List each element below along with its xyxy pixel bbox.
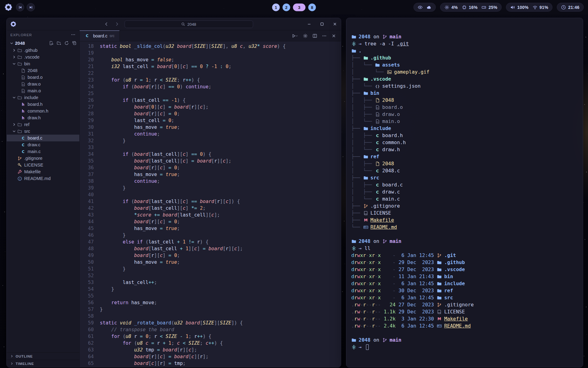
- close-button[interactable]: [333, 22, 337, 26]
- code-line-51[interactable]: 51 }: [80, 266, 341, 272]
- code-line-21[interactable]: 21 i32 last_cell = board[0][c] == 0 ? -1…: [80, 63, 341, 70]
- media-next-button[interactable]: [27, 3, 35, 11]
- clock-widget[interactable]: 21:46: [557, 3, 584, 12]
- code-line-37[interactable]: 37 has_move = true;: [80, 171, 341, 178]
- code-line-39[interactable]: 39 }: [80, 185, 341, 191]
- code-line-40[interactable]: 40: [80, 191, 341, 198]
- code-line-29[interactable]: 29 last_cell = 0;: [80, 117, 341, 124]
- system-stats-widget[interactable]: 4%16%25%: [440, 3, 502, 12]
- file-board.o[interactable]: 01board.o: [7, 74, 79, 81]
- code-line-34[interactable]: 34 if (board[last_cell][c] == 0) {: [80, 151, 341, 158]
- code-line-23[interactable]: 23 for (u8 r = 1; r < SIZE; r++) {: [80, 77, 341, 83]
- code-line-31[interactable]: 31 continue;: [80, 131, 341, 137]
- launcher-icon[interactable]: [4, 3, 13, 11]
- timeline-panel-header[interactable]: TIMELINE: [7, 360, 79, 367]
- file-main.c[interactable]: Cmain.c: [7, 148, 79, 155]
- file-2048[interactable]: 2048: [7, 67, 79, 74]
- code-line-58[interactable]: 58: [80, 313, 341, 320]
- code-line-19[interactable]: 19: [80, 50, 341, 56]
- code-line-61[interactable]: 61 for (u8 r = 0; r < SIZE - 1; r++) {: [80, 333, 341, 340]
- code-line-54[interactable]: 54 }: [80, 286, 341, 293]
- project-root-folder[interactable]: 2048: [7, 40, 79, 47]
- file-Makefile[interactable]: Makefile: [7, 168, 79, 175]
- terminal-window[interactable]: 2048 on main→ tree -a -I .git.├── .githu…: [346, 18, 583, 367]
- file-main.o[interactable]: 01main.o: [7, 87, 79, 94]
- file-README.md[interactable]: README.md: [7, 175, 79, 182]
- refresh-explorer-icon[interactable]: [64, 41, 69, 46]
- code-line-49[interactable]: 49 board[r][c] = 0;: [80, 252, 341, 259]
- code-line-32[interactable]: 32 }: [80, 137, 341, 144]
- code-line-26[interactable]: 26 if (last_cell == -1) {: [80, 97, 341, 104]
- new-file-icon[interactable]: [49, 41, 54, 46]
- tab-board.c[interactable]: C board.c src: [80, 30, 120, 41]
- code-line-45[interactable]: 45 has_move = true;: [80, 225, 341, 232]
- navigate-forward-button[interactable]: [114, 21, 119, 27]
- split-editor-icon[interactable]: [312, 33, 317, 38]
- code-line-24[interactable]: 24 if (board[r][c] == 0) continue;: [80, 83, 341, 90]
- file-.github[interactable]: .github: [7, 47, 79, 54]
- file-draw.o[interactable]: 01draw.o: [7, 81, 79, 87]
- collapse-folders-icon[interactable]: [72, 41, 77, 46]
- minimize-button[interactable]: [307, 22, 311, 26]
- code-line-65[interactable]: 65 board[c][r] = tmp;: [80, 360, 341, 367]
- settings-icon[interactable]: [303, 33, 308, 38]
- code-line-52[interactable]: 52: [80, 272, 341, 279]
- code-line-64[interactable]: 64 board[r][c] = board[c][r];: [80, 353, 341, 360]
- weather-widget[interactable]: [413, 3, 436, 12]
- audio-network-widget[interactable]: 100%91%: [506, 3, 552, 12]
- file-bin[interactable]: bin: [7, 60, 79, 67]
- code-line-50[interactable]: 50 has_move = true;: [80, 259, 341, 266]
- close-editor-icon[interactable]: [331, 33, 336, 38]
- code-line-48[interactable]: 48 board[last_cell + 1][c] = board[r][c]…: [80, 245, 341, 252]
- code-line-59[interactable]: 59static void _rotate_board(u32 board[SI…: [80, 320, 341, 326]
- file-include[interactable]: include: [7, 94, 79, 101]
- workspace-button-2[interactable]: 2: [283, 3, 290, 11]
- code-line-27[interactable]: 27 board[0][c] = board[r][c];: [80, 104, 341, 110]
- code-line-28[interactable]: 28 board[r][c] = 0;: [80, 110, 341, 117]
- code-line-57[interactable]: 57}: [80, 306, 341, 313]
- file-src[interactable]: src: [7, 128, 79, 135]
- media-previous-button[interactable]: [16, 3, 24, 11]
- code-line-36[interactable]: 36 board[r][c] = 0;: [80, 164, 341, 171]
- file-LICENSE[interactable]: LICENSE: [7, 162, 79, 168]
- file-.vscode[interactable]: .vscode: [7, 54, 79, 60]
- code-line-43[interactable]: 43 *score += board[last_cell][c];: [80, 212, 341, 218]
- code-line-63[interactable]: 63 u32 tmp = board[r][c];: [80, 347, 341, 353]
- code-line-35[interactable]: 35 board[last_cell][c] = board[r][c];: [80, 158, 341, 164]
- run-file-icon[interactable]: [291, 33, 298, 39]
- code-line-25[interactable]: 25: [80, 90, 341, 97]
- workspace-button-8[interactable]: 8: [308, 3, 316, 11]
- code-line-46[interactable]: 46 }: [80, 232, 341, 239]
- code-line-44[interactable]: 44 board[r][c] = 0;: [80, 218, 341, 225]
- workspace-button-1[interactable]: 1: [272, 3, 280, 11]
- workspace-button-3[interactable]: 3: [293, 3, 306, 11]
- code-line-33[interactable]: 33: [80, 144, 341, 151]
- file-draw.c[interactable]: Cdraw.c: [7, 141, 79, 148]
- file-common.h[interactable]: hcommon.h: [7, 108, 79, 114]
- file-ref[interactable]: ref: [7, 121, 79, 128]
- code-line-53[interactable]: 53 last_cell++;: [80, 279, 341, 286]
- file-board.h[interactable]: hboard.h: [7, 101, 79, 108]
- code-line-55[interactable]: 55: [80, 293, 341, 299]
- code-line-20[interactable]: 20 bool has_move = false;: [80, 56, 341, 63]
- code-line-60[interactable]: 60 // transpose the board: [80, 326, 341, 333]
- code-line-22[interactable]: 22: [80, 70, 341, 77]
- file-.gitignore[interactable]: .gitignore: [7, 155, 79, 162]
- code-line-56[interactable]: 56 return has_move;: [80, 299, 341, 306]
- code-line-38[interactable]: 38 continue;: [80, 178, 341, 185]
- outline-panel-header[interactable]: OUTLINE: [7, 352, 79, 360]
- code-line-62[interactable]: 62 for (u8 c = r + 1; c < SIZE; c++) {: [80, 340, 341, 347]
- code-line-41[interactable]: 41 if (board[last_cell][c] == board[r][c…: [80, 198, 341, 205]
- file-draw.h[interactable]: hdraw.h: [7, 114, 79, 121]
- code-line-42[interactable]: 42 board[last_cell][c] *= 2;: [80, 205, 341, 212]
- file-board.c[interactable]: Cboard.c: [7, 135, 79, 141]
- code-line-30[interactable]: 30 has_move = true;: [80, 124, 341, 131]
- code-line-18[interactable]: 18static bool _slide_col(u32 board[SIZE]…: [80, 43, 341, 50]
- command-center-search[interactable]: 2048: [124, 20, 253, 28]
- code-editor[interactable]: 18static bool _slide_col(u32 board[SIZE]…: [80, 41, 341, 367]
- code-line-47[interactable]: 47 else if (last_cell + 1 != r) {: [80, 239, 341, 245]
- navigate-back-button[interactable]: [104, 21, 109, 27]
- more-actions-icon[interactable]: [322, 33, 327, 38]
- new-folder-icon[interactable]: [57, 41, 62, 46]
- explorer-more-actions-icon[interactable]: [71, 32, 76, 38]
